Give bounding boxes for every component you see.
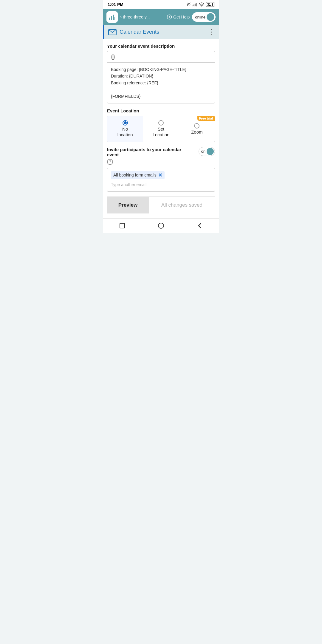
- svg-rect-1: [193, 5, 193, 7]
- app-logo-icon: [109, 13, 116, 21]
- editor-toolbar: {}: [107, 51, 215, 63]
- top-nav: › three-three.y... ? Get Help online: [103, 9, 219, 25]
- bottom-bar: Preview All changes saved: [107, 196, 215, 213]
- nav-home-button[interactable]: [157, 222, 165, 229]
- email-input-box[interactable]: All booking form emails ✕ Type another e…: [107, 168, 215, 192]
- email-tag: All booking form emails ✕: [111, 171, 165, 179]
- svg-point-14: [158, 223, 164, 228]
- online-toggle[interactable]: online: [192, 12, 216, 22]
- location-option-zoom[interactable]: Free trial Zoom: [179, 116, 215, 142]
- alarm-icon: [186, 2, 191, 7]
- description-editor[interactable]: {} Booking page: {BOOKING-PAGE-TITLE}Dur…: [107, 51, 215, 103]
- section-header: Calendar Events ⋮: [103, 25, 219, 39]
- svg-rect-9: [114, 17, 115, 20]
- radio-row-set-location: [158, 120, 164, 126]
- invite-header: Invite participants to your calendar eve…: [107, 147, 215, 165]
- more-options-button[interactable]: ⋮: [208, 28, 215, 36]
- invite-toggle-ball: [207, 148, 214, 155]
- signal-icon: [193, 2, 197, 7]
- description-label: Your calendar event description: [107, 44, 215, 49]
- saved-status: All changes saved: [149, 202, 215, 208]
- online-label: online: [195, 15, 205, 19]
- status-time: 1:01 PM: [108, 2, 123, 7]
- location-option-no-location[interactable]: Nolocation: [107, 116, 143, 142]
- svg-rect-3: [195, 4, 195, 7]
- section-header-title: Calendar Events: [120, 29, 205, 35]
- status-bar: 1:01 PM 31: [103, 0, 219, 9]
- editor-body[interactable]: Booking page: {BOOKING-PAGE-TITLE}Durati…: [107, 63, 215, 103]
- svg-rect-6: [109, 18, 110, 20]
- help-button[interactable]: ? Get Help: [167, 14, 190, 20]
- template-vars-icon: {}: [111, 54, 115, 60]
- invite-toggle-label: on: [201, 149, 205, 154]
- help-label: Get Help: [173, 15, 190, 19]
- zoom-label: Zoom: [191, 129, 202, 135]
- invite-toggle[interactable]: on: [199, 147, 215, 156]
- radio-set-location: [158, 120, 164, 126]
- email-input-placeholder[interactable]: Type another email: [111, 181, 211, 187]
- event-location-label: Event Location: [107, 108, 215, 113]
- email-tag-label: All booking form emails: [113, 173, 157, 177]
- wifi-icon: [199, 2, 204, 7]
- set-location-label: SetLocation: [153, 126, 170, 138]
- svg-text:?: ?: [168, 16, 170, 19]
- back-arrow-icon: [196, 222, 203, 229]
- logo: [106, 11, 118, 23]
- help-icon: ?: [167, 14, 172, 20]
- location-options: Nolocation SetLocation Free trial Zoom: [107, 116, 215, 142]
- invite-section: Invite participants to your calendar eve…: [107, 147, 215, 192]
- invite-title: Invite participants to your calendar eve…: [107, 147, 185, 157]
- svg-rect-2: [193, 4, 194, 6]
- event-location-section: Event Location Nolocation SetLocation Fr…: [107, 108, 215, 142]
- svg-rect-8: [113, 15, 114, 20]
- toggle-circle: [207, 13, 214, 21]
- battery-icon: 31: [206, 2, 214, 7]
- breadcrumb: › three-three.y...: [120, 14, 164, 20]
- description-text: Booking page: {BOOKING-PAGE-TITLE}Durati…: [111, 67, 186, 99]
- nav-square-button[interactable]: [119, 222, 126, 229]
- svg-point-5: [201, 6, 202, 7]
- svg-rect-13: [120, 223, 125, 228]
- main-content: Your calendar event description {} Booki…: [103, 39, 219, 218]
- svg-rect-4: [196, 3, 196, 6]
- nav-back-button[interactable]: [196, 222, 203, 229]
- calendar-email-icon: [108, 29, 117, 35]
- circle-icon: [157, 222, 165, 229]
- square-icon: [119, 222, 126, 229]
- invite-help-icon[interactable]: ?: [107, 159, 113, 165]
- radio-no-location: [123, 120, 128, 126]
- system-nav: [103, 218, 219, 233]
- invite-title-row: Invite participants to your calendar eve…: [107, 147, 185, 165]
- preview-button[interactable]: Preview: [107, 197, 149, 213]
- radio-row-zoom: [194, 123, 199, 129]
- radio-row-no-location: [123, 120, 128, 126]
- free-trial-badge: Free trial: [197, 116, 215, 121]
- location-option-set-location[interactable]: SetLocation: [143, 116, 179, 142]
- email-tag-remove[interactable]: ✕: [158, 172, 162, 178]
- radio-zoom: [194, 123, 199, 129]
- breadcrumb-arrow: ›: [120, 14, 122, 20]
- no-location-label: Nolocation: [117, 126, 133, 138]
- svg-rect-7: [111, 16, 112, 20]
- status-icons: 31: [186, 2, 214, 7]
- breadcrumb-link[interactable]: three-three.y...: [123, 15, 150, 19]
